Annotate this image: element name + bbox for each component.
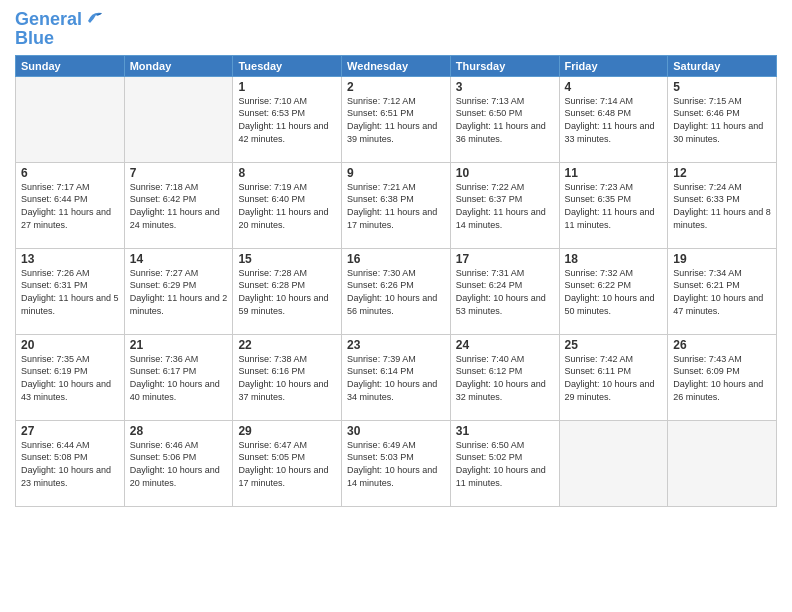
week-row-5: 27Sunrise: 6:44 AM Sunset: 5:08 PM Dayli… (16, 420, 777, 506)
day-number: 1 (238, 80, 336, 94)
day-info: Sunrise: 7:36 AM Sunset: 6:17 PM Dayligh… (130, 353, 228, 403)
weekday-header-friday: Friday (559, 55, 668, 76)
day-info: Sunrise: 7:43 AM Sunset: 6:09 PM Dayligh… (673, 353, 771, 403)
day-info: Sunrise: 7:35 AM Sunset: 6:19 PM Dayligh… (21, 353, 119, 403)
day-info: Sunrise: 7:32 AM Sunset: 6:22 PM Dayligh… (565, 267, 663, 317)
calendar-cell-5-3: 29Sunrise: 6:47 AM Sunset: 5:05 PM Dayli… (233, 420, 342, 506)
calendar-cell-5-4: 30Sunrise: 6:49 AM Sunset: 5:03 PM Dayli… (342, 420, 451, 506)
day-info: Sunrise: 6:50 AM Sunset: 5:02 PM Dayligh… (456, 439, 554, 489)
weekday-header-thursday: Thursday (450, 55, 559, 76)
day-number: 12 (673, 166, 771, 180)
day-number: 16 (347, 252, 445, 266)
day-info: Sunrise: 7:28 AM Sunset: 6:28 PM Dayligh… (238, 267, 336, 317)
week-row-3: 13Sunrise: 7:26 AM Sunset: 6:31 PM Dayli… (16, 248, 777, 334)
day-number: 3 (456, 80, 554, 94)
day-info: Sunrise: 7:13 AM Sunset: 6:50 PM Dayligh… (456, 95, 554, 145)
calendar-cell-5-6 (559, 420, 668, 506)
day-number: 10 (456, 166, 554, 180)
day-info: Sunrise: 7:40 AM Sunset: 6:12 PM Dayligh… (456, 353, 554, 403)
day-info: Sunrise: 7:19 AM Sunset: 6:40 PM Dayligh… (238, 181, 336, 231)
day-number: 13 (21, 252, 119, 266)
weekday-header-saturday: Saturday (668, 55, 777, 76)
day-number: 8 (238, 166, 336, 180)
calendar-cell-5-1: 27Sunrise: 6:44 AM Sunset: 5:08 PM Dayli… (16, 420, 125, 506)
day-info: Sunrise: 7:18 AM Sunset: 6:42 PM Dayligh… (130, 181, 228, 231)
calendar-cell-1-5: 3Sunrise: 7:13 AM Sunset: 6:50 PM Daylig… (450, 76, 559, 162)
calendar-cell-2-7: 12Sunrise: 7:24 AM Sunset: 6:33 PM Dayli… (668, 162, 777, 248)
day-info: Sunrise: 7:23 AM Sunset: 6:35 PM Dayligh… (565, 181, 663, 231)
day-number: 23 (347, 338, 445, 352)
day-number: 22 (238, 338, 336, 352)
day-info: Sunrise: 7:30 AM Sunset: 6:26 PM Dayligh… (347, 267, 445, 317)
logo: General Blue (15, 10, 106, 49)
week-row-1: 1Sunrise: 7:10 AM Sunset: 6:53 PM Daylig… (16, 76, 777, 162)
calendar-table: SundayMondayTuesdayWednesdayThursdayFrid… (15, 55, 777, 507)
calendar-cell-1-3: 1Sunrise: 7:10 AM Sunset: 6:53 PM Daylig… (233, 76, 342, 162)
day-info: Sunrise: 7:24 AM Sunset: 6:33 PM Dayligh… (673, 181, 771, 231)
calendar-cell-3-4: 16Sunrise: 7:30 AM Sunset: 6:26 PM Dayli… (342, 248, 451, 334)
calendar-cell-2-4: 9Sunrise: 7:21 AM Sunset: 6:38 PM Daylig… (342, 162, 451, 248)
day-number: 17 (456, 252, 554, 266)
calendar-cell-1-7: 5Sunrise: 7:15 AM Sunset: 6:46 PM Daylig… (668, 76, 777, 162)
calendar-cell-2-5: 10Sunrise: 7:22 AM Sunset: 6:37 PM Dayli… (450, 162, 559, 248)
day-number: 9 (347, 166, 445, 180)
calendar-cell-5-2: 28Sunrise: 6:46 AM Sunset: 5:06 PM Dayli… (124, 420, 233, 506)
calendar-cell-5-7 (668, 420, 777, 506)
weekday-header-wednesday: Wednesday (342, 55, 451, 76)
calendar-cell-2-2: 7Sunrise: 7:18 AM Sunset: 6:42 PM Daylig… (124, 162, 233, 248)
day-info: Sunrise: 6:44 AM Sunset: 5:08 PM Dayligh… (21, 439, 119, 489)
day-info: Sunrise: 7:15 AM Sunset: 6:46 PM Dayligh… (673, 95, 771, 145)
day-number: 25 (565, 338, 663, 352)
day-number: 29 (238, 424, 336, 438)
day-number: 5 (673, 80, 771, 94)
weekday-header-tuesday: Tuesday (233, 55, 342, 76)
page: General Blue SundayMondayTuesdayWednesda… (0, 0, 792, 612)
calendar-cell-3-7: 19Sunrise: 7:34 AM Sunset: 6:21 PM Dayli… (668, 248, 777, 334)
day-number: 2 (347, 80, 445, 94)
day-info: Sunrise: 7:38 AM Sunset: 6:16 PM Dayligh… (238, 353, 336, 403)
day-number: 11 (565, 166, 663, 180)
day-info: Sunrise: 7:10 AM Sunset: 6:53 PM Dayligh… (238, 95, 336, 145)
day-info: Sunrise: 7:22 AM Sunset: 6:37 PM Dayligh… (456, 181, 554, 231)
calendar-cell-4-5: 24Sunrise: 7:40 AM Sunset: 6:12 PM Dayli… (450, 334, 559, 420)
weekday-header-row: SundayMondayTuesdayWednesdayThursdayFrid… (16, 55, 777, 76)
calendar-cell-3-3: 15Sunrise: 7:28 AM Sunset: 6:28 PM Dayli… (233, 248, 342, 334)
calendar-cell-4-6: 25Sunrise: 7:42 AM Sunset: 6:11 PM Dayli… (559, 334, 668, 420)
calendar-cell-5-5: 31Sunrise: 6:50 AM Sunset: 5:02 PM Dayli… (450, 420, 559, 506)
day-info: Sunrise: 6:49 AM Sunset: 5:03 PM Dayligh… (347, 439, 445, 489)
calendar-cell-1-2 (124, 76, 233, 162)
calendar-cell-2-6: 11Sunrise: 7:23 AM Sunset: 6:35 PM Dayli… (559, 162, 668, 248)
calendar-cell-3-6: 18Sunrise: 7:32 AM Sunset: 6:22 PM Dayli… (559, 248, 668, 334)
day-number: 28 (130, 424, 228, 438)
day-number: 14 (130, 252, 228, 266)
day-number: 27 (21, 424, 119, 438)
calendar-cell-4-4: 23Sunrise: 7:39 AM Sunset: 6:14 PM Dayli… (342, 334, 451, 420)
calendar-cell-1-6: 4Sunrise: 7:14 AM Sunset: 6:48 PM Daylig… (559, 76, 668, 162)
calendar-cell-3-2: 14Sunrise: 7:27 AM Sunset: 6:29 PM Dayli… (124, 248, 233, 334)
weekday-header-monday: Monday (124, 55, 233, 76)
day-number: 31 (456, 424, 554, 438)
calendar-cell-3-5: 17Sunrise: 7:31 AM Sunset: 6:24 PM Dayli… (450, 248, 559, 334)
calendar-cell-3-1: 13Sunrise: 7:26 AM Sunset: 6:31 PM Dayli… (16, 248, 125, 334)
calendar-cell-1-1 (16, 76, 125, 162)
day-number: 30 (347, 424, 445, 438)
week-row-2: 6Sunrise: 7:17 AM Sunset: 6:44 PM Daylig… (16, 162, 777, 248)
day-number: 7 (130, 166, 228, 180)
day-number: 26 (673, 338, 771, 352)
day-info: Sunrise: 6:46 AM Sunset: 5:06 PM Dayligh… (130, 439, 228, 489)
logo-blue: Blue (15, 28, 106, 49)
calendar-cell-4-2: 21Sunrise: 7:36 AM Sunset: 6:17 PM Dayli… (124, 334, 233, 420)
day-info: Sunrise: 7:26 AM Sunset: 6:31 PM Dayligh… (21, 267, 119, 317)
day-info: Sunrise: 7:21 AM Sunset: 6:38 PM Dayligh… (347, 181, 445, 231)
logo-bird-icon (84, 7, 106, 29)
day-info: Sunrise: 7:12 AM Sunset: 6:51 PM Dayligh… (347, 95, 445, 145)
header: General Blue (15, 10, 777, 49)
day-info: Sunrise: 7:42 AM Sunset: 6:11 PM Dayligh… (565, 353, 663, 403)
calendar-cell-2-3: 8Sunrise: 7:19 AM Sunset: 6:40 PM Daylig… (233, 162, 342, 248)
day-info: Sunrise: 7:39 AM Sunset: 6:14 PM Dayligh… (347, 353, 445, 403)
day-number: 4 (565, 80, 663, 94)
day-info: Sunrise: 7:31 AM Sunset: 6:24 PM Dayligh… (456, 267, 554, 317)
day-info: Sunrise: 6:47 AM Sunset: 5:05 PM Dayligh… (238, 439, 336, 489)
day-number: 24 (456, 338, 554, 352)
calendar-cell-1-4: 2Sunrise: 7:12 AM Sunset: 6:51 PM Daylig… (342, 76, 451, 162)
